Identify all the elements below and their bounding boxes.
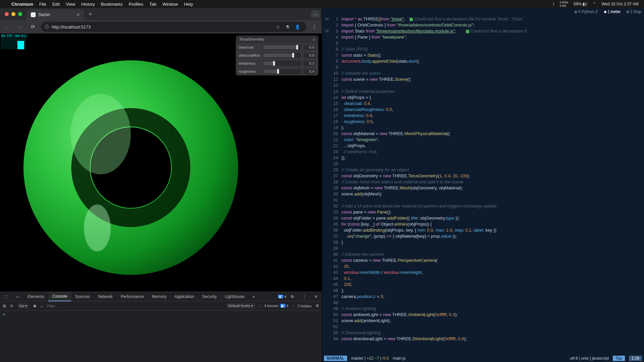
devtools-tab[interactable]: Lighthouse bbox=[221, 292, 249, 301]
console-errors-badge[interactable]: ◧4 bbox=[278, 295, 286, 299]
slider-value[interactable]: 0.9 bbox=[304, 45, 316, 50]
battery-icon[interactable]: 59% ▮▯ bbox=[574, 2, 587, 6]
slider-track[interactable] bbox=[263, 69, 301, 74]
code-line: 14let objProps = { bbox=[324, 95, 642, 101]
menu-item[interactable]: Help bbox=[184, 2, 193, 7]
devtools-close-icon[interactable]: ✕ bbox=[310, 292, 322, 301]
bookmark-icon[interactable]: ☆ bbox=[276, 24, 280, 29]
kebab-menu-icon[interactable]: ⋮ bbox=[310, 22, 319, 32]
menu-item[interactable]: History bbox=[81, 2, 95, 7]
devtools-kebab-icon[interactable]: ⋮ bbox=[298, 292, 310, 301]
devtools-more-icon[interactable]: » bbox=[249, 292, 259, 301]
reload-button[interactable]: ⟳ bbox=[28, 22, 38, 32]
pane-collapse-icon[interactable] bbox=[313, 38, 315, 41]
back-button[interactable]: ← bbox=[3, 22, 12, 32]
code-line: 22 ...objProps, bbox=[324, 143, 642, 149]
slider-track[interactable] bbox=[263, 45, 301, 50]
code-line: 47camera.position.z = 5; bbox=[324, 294, 642, 300]
code-line: 21 color: "limegreen", bbox=[324, 137, 642, 143]
stats-panel[interactable]: 60 FPS (60-61) bbox=[1, 34, 28, 49]
context-select[interactable]: top ▾ bbox=[17, 303, 29, 309]
airplay-icon[interactable]: ⟨ bbox=[553, 2, 554, 6]
clear-console-icon[interactable]: ⊘ bbox=[10, 304, 13, 308]
terminal-editor: 0 Python-Z 1:nvim 2 htop H1import * as T… bbox=[322, 8, 644, 362]
devtools-settings-icon[interactable]: ⚙ bbox=[286, 292, 298, 301]
browser-window: ⟐ Starter ✕ + ⌄ ← → ⟳ ⓘ http://localhost… bbox=[0, 8, 322, 362]
log-levels-select[interactable]: Default levels ▾ bbox=[226, 303, 255, 309]
page-viewport[interactable]: 60 FPS (60-61) bbox=[0, 34, 322, 292]
issues-link[interactable]: 4 Issues: ◧ 4 bbox=[264, 304, 288, 308]
minimize-window-icon[interactable] bbox=[11, 12, 15, 16]
profile-icon[interactable]: 👤 bbox=[295, 24, 300, 29]
devtools-tab[interactable]: Performance bbox=[117, 292, 148, 301]
console-prompt[interactable]: > bbox=[0, 311, 322, 362]
favicon-icon: ⟐ bbox=[31, 12, 36, 17]
vim-mode: NORMAL bbox=[324, 356, 347, 361]
macos-menubar: Chromium File Edit View History Bookmark… bbox=[0, 0, 644, 8]
code-line: 36 objFolder.addBinding(objProps, key, {… bbox=[324, 227, 642, 233]
clock[interactable]: Wed 16 Oct 2:37 AM bbox=[601, 2, 639, 6]
devtools-tab[interactable]: Network bbox=[94, 292, 117, 301]
slider-value[interactable]: 0.4 bbox=[304, 69, 316, 74]
code-line: 33const pane = new Pane(); bbox=[324, 209, 642, 215]
tab-overflow-button[interactable]: ⌄ bbox=[311, 10, 320, 18]
browser-tab[interactable]: ⟐ Starter ✕ bbox=[27, 9, 84, 20]
code-line: 41const camera = new THREE.PerspectiveCa… bbox=[324, 257, 642, 263]
code-line: 7const stats = Stats(); bbox=[324, 52, 642, 58]
device-toggle-icon[interactable]: ▭ bbox=[12, 292, 23, 301]
close-tab-icon[interactable]: ✕ bbox=[76, 12, 80, 17]
devtools-tab[interactable]: Console bbox=[48, 292, 71, 301]
address-bar[interactable]: ⓘ http://localhost:5173 ☆ ⚗ 👤 bbox=[41, 22, 306, 32]
tmux-tab-active[interactable]: 1:nvim bbox=[604, 10, 621, 14]
maximize-window-icon[interactable] bbox=[18, 12, 22, 16]
slider-track[interactable] bbox=[263, 53, 301, 58]
devtools-tab[interactable]: Elements bbox=[23, 292, 48, 301]
devtools-tab[interactable]: Sources bbox=[71, 292, 94, 301]
slider-value[interactable]: 0.8 bbox=[304, 53, 316, 58]
code-line: 18 roughness: 0.5, bbox=[324, 119, 642, 125]
filter-input[interactable] bbox=[47, 304, 94, 308]
tmux-tab[interactable]: 2 htop bbox=[627, 10, 641, 14]
tweakpane: TorusGeometry clearcoat 0.9 clearcoatRou… bbox=[236, 36, 318, 75]
extensions-icon[interactable]: ⚗ bbox=[285, 24, 289, 29]
code-editor[interactable]: H1import * as THREE[]from "three"; Could… bbox=[322, 15, 644, 355]
file-encoding: utf-8 | unix | javascript bbox=[570, 356, 609, 360]
code-line: 44 0.1, bbox=[324, 276, 642, 282]
console-settings-icon[interactable]: ⚙ bbox=[316, 304, 319, 308]
pane-folder-title[interactable]: TorusGeometry bbox=[236, 36, 318, 43]
code-line: 42 35, bbox=[324, 263, 642, 269]
slider-row: roughness 0.4 bbox=[236, 67, 318, 75]
slider-track[interactable] bbox=[263, 61, 301, 66]
tmux-statusbar: 0 Python-Z 1:nvim 2 htop bbox=[322, 8, 644, 15]
menu-item[interactable]: Tab bbox=[149, 2, 156, 7]
slider-label: clearcoat bbox=[238, 46, 260, 49]
devtools-tab[interactable]: Security bbox=[198, 292, 221, 301]
site-info-icon[interactable]: ⓘ bbox=[45, 24, 49, 30]
sidebar-toggle-icon[interactable]: ▥ bbox=[3, 304, 6, 308]
menu-item[interactable]: Bookmarks bbox=[101, 2, 123, 7]
devtools-tab[interactable]: Memory bbox=[148, 292, 170, 301]
code-line: 52 bbox=[324, 324, 642, 330]
tmux-tab[interactable]: 0 Python-Z bbox=[575, 10, 598, 14]
code-line: 6// Stats (FPS) bbox=[324, 46, 642, 52]
new-tab-button[interactable]: + bbox=[86, 11, 95, 17]
menu-item[interactable]: Profiles bbox=[129, 2, 143, 7]
code-line: 29const objMesh = new THREE.Mesh(objGeom… bbox=[324, 185, 642, 191]
forward-button[interactable]: → bbox=[15, 22, 25, 32]
inspect-element-icon[interactable]: ⬚ bbox=[0, 292, 12, 301]
wifi-icon[interactable]: ⌃ bbox=[593, 2, 596, 6]
close-window-icon[interactable] bbox=[5, 12, 9, 16]
slider-value[interactable]: 0.3 bbox=[304, 61, 316, 66]
slider-row: clearcoatRou 0.8 bbox=[236, 51, 318, 59]
code-line: 39 bbox=[324, 245, 642, 251]
code-line: 23 // wireframe: true, bbox=[324, 149, 642, 155]
menu-item[interactable]: Window bbox=[162, 2, 178, 7]
devtools-tab[interactable]: Application bbox=[170, 292, 198, 301]
eye-icon[interactable]: ◉ bbox=[33, 304, 37, 308]
menu-item[interactable]: File bbox=[39, 2, 46, 7]
menu-item[interactable]: View bbox=[66, 2, 75, 7]
menubar-app[interactable]: Chromium bbox=[11, 2, 33, 7]
menu-item[interactable]: Edit bbox=[52, 2, 60, 7]
hidden-count[interactable]: 2 hidden bbox=[298, 304, 312, 308]
code-line: 35for (const [key, _] of Object.entries(… bbox=[324, 221, 642, 227]
